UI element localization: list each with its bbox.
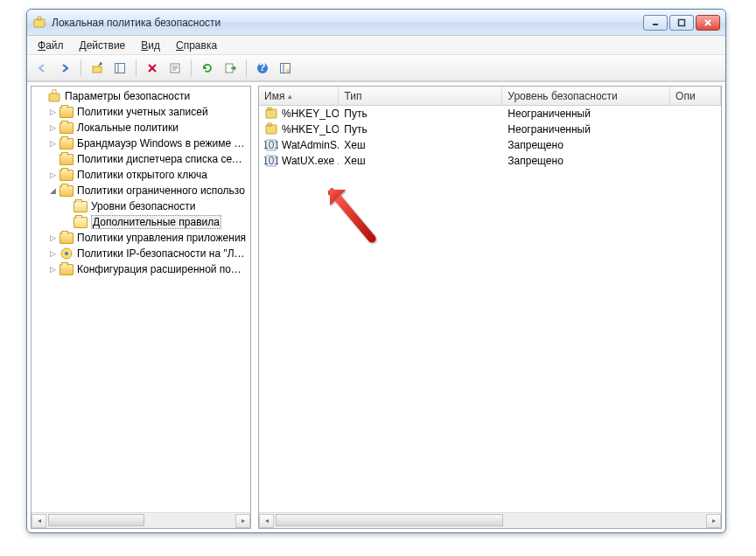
list-scrollbar[interactable]: ◂ ▸ (259, 512, 721, 528)
app-window: Локальная политика безопасности Файл Дей… (26, 9, 726, 533)
folder-icon (60, 184, 74, 198)
tree-item[interactable]: ◢Политики ограниченного использо (32, 183, 250, 198)
titlebar[interactable]: Локальная политика безопасности (27, 10, 725, 36)
tree-item-label: Политики диспетчера списка сетей (77, 153, 247, 165)
svg-point-23 (65, 252, 68, 255)
column-header[interactable]: Тип (339, 87, 502, 105)
tree-item[interactable]: ▷Политики управления приложения (32, 230, 250, 246)
properties-button[interactable] (165, 59, 185, 78)
tree-item-label: Политики управления приложения (77, 232, 246, 244)
close-button[interactable] (696, 15, 720, 31)
tree-item[interactable]: ▷Политики учетных записей (32, 104, 250, 120)
svg-text:?: ? (259, 62, 265, 73)
cell-type: Путь (339, 123, 502, 136)
cell-level: Неограниченный (502, 108, 670, 120)
scroll-thumb[interactable] (48, 514, 144, 526)
expand-toggle-icon[interactable]: ▷ (47, 170, 58, 180)
list-body[interactable]: %HKEY_LO...ПутьНеограниченный%HKEY_LO...… (259, 106, 721, 512)
svg-rect-6 (93, 66, 102, 73)
svg-rect-3 (679, 19, 685, 25)
cell-type: Хеш (339, 139, 502, 151)
maximize-button[interactable] (669, 15, 694, 31)
column-header[interactable]: Имя (259, 87, 339, 105)
column-header[interactable]: Опи (670, 87, 721, 105)
tree-item[interactable]: Дополнительные правила (32, 214, 250, 230)
scroll-left-button[interactable]: ◂ (32, 514, 46, 528)
folder-icon (60, 121, 74, 135)
export-button[interactable] (220, 59, 240, 78)
column-header[interactable]: Уровень безопасности (502, 87, 670, 105)
back-button (32, 59, 52, 78)
menu-view[interactable]: Вид (134, 38, 167, 53)
expand-toggle-icon[interactable]: ▷ (47, 264, 58, 275)
list-header: ИмяТипУровень безопасностиОпи (259, 87, 721, 106)
svg-rect-7 (116, 63, 125, 73)
scroll-thumb[interactable] (276, 514, 503, 526)
cell-level: Неограниченный (502, 123, 670, 136)
tree-item-label: Политики IP-безопасности на "Лока (77, 247, 247, 260)
tree-item-label: Политики учетных записей (77, 106, 208, 118)
menu-help[interactable]: Справка (169, 38, 224, 53)
content-area: Параметры безопасности▷Политики учетных … (27, 81, 725, 532)
tree-item[interactable]: ▷Локальные политики (32, 120, 250, 136)
cell-name: %HKEY_LO... (282, 123, 339, 136)
cell-name: WatAdminS... (282, 139, 339, 151)
menu-action[interactable]: Действие (73, 38, 133, 53)
toolbar: ? (27, 55, 725, 81)
tree-item[interactable]: ▷Брандмауэр Windows в режиме пов (32, 136, 250, 151)
folder-icon (60, 152, 74, 166)
expand-toggle-icon[interactable]: ▷ (47, 248, 58, 259)
folder-icon (60, 136, 74, 150)
svg-text:101: 101 (264, 139, 278, 151)
scroll-right-button[interactable]: ▸ (706, 514, 721, 528)
rule-icon: 101 (264, 154, 278, 168)
expand-toggle-icon[interactable]: ▷ (47, 107, 58, 117)
expand-toggle-icon[interactable]: ◢ (47, 185, 58, 196)
tree-item[interactable]: ▷Политики IP-безопасности на "Лока (32, 246, 250, 261)
tree-root[interactable]: Параметры безопасности (32, 88, 250, 104)
cell-type: Хеш (339, 155, 502, 167)
window-title: Локальная политика безопасности (52, 17, 638, 29)
tree-item[interactable]: ▷Конфигурация расширенной полит (32, 261, 250, 277)
minimize-button[interactable] (643, 15, 668, 31)
folder-icon (60, 262, 74, 276)
show-hide-tree-button[interactable] (110, 59, 130, 78)
cell-name: %HKEY_LO... (282, 108, 339, 120)
svg-point-20 (286, 69, 290, 73)
folder-icon (60, 168, 74, 182)
tree-item[interactable]: Уровни безопасности (32, 198, 250, 214)
folder-icon (60, 247, 74, 261)
forward-button[interactable] (55, 59, 74, 78)
tree-item-label: Уровни безопасности (91, 200, 195, 212)
tree-item-label: Политики ограниченного использо (77, 184, 245, 197)
tree-item-label: Дополнительные правила (91, 215, 221, 229)
tree-item-label: Локальные политики (77, 122, 178, 134)
folder-icon (60, 231, 74, 245)
scroll-right-button[interactable]: ▸ (235, 514, 250, 528)
list-row[interactable]: %HKEY_LO...ПутьНеограниченный (259, 106, 721, 122)
tree-view[interactable]: Параметры безопасности▷Политики учетных … (32, 87, 250, 512)
list-row[interactable]: 101WatUX.exe ...ХешЗапрещено (259, 153, 721, 169)
svg-rect-21 (49, 94, 60, 101)
app-icon (32, 16, 46, 30)
cell-level: Запрещено (502, 155, 670, 167)
help-button[interactable]: ? (253, 59, 272, 78)
cell-level: Запрещено (502, 139, 670, 151)
expand-toggle-icon[interactable]: ▷ (47, 138, 58, 149)
list-row[interactable]: %HKEY_LO...ПутьНеограниченный (259, 122, 721, 137)
expand-toggle-icon[interactable]: ▷ (47, 233, 58, 243)
tree-pane: Параметры безопасности▷Политики учетных … (31, 86, 251, 529)
scroll-left-button[interactable]: ◂ (259, 514, 274, 528)
tree-item-label: Политики открытого ключа (77, 169, 207, 181)
up-button[interactable] (88, 59, 107, 78)
tree-item[interactable]: ▷Политики открытого ключа (32, 167, 250, 183)
new-rule-button[interactable] (276, 59, 295, 78)
refresh-button[interactable] (198, 59, 217, 78)
svg-text:101: 101 (264, 155, 278, 167)
list-row[interactable]: 101WatAdminS...ХешЗапрещено (259, 137, 721, 153)
delete-button[interactable] (143, 59, 162, 78)
tree-item[interactable]: Политики диспетчера списка сетей (32, 151, 250, 167)
tree-scrollbar[interactable]: ◂ ▸ (32, 512, 250, 528)
menu-file[interactable]: Файл (31, 38, 71, 53)
expand-toggle-icon[interactable]: ▷ (47, 122, 58, 133)
